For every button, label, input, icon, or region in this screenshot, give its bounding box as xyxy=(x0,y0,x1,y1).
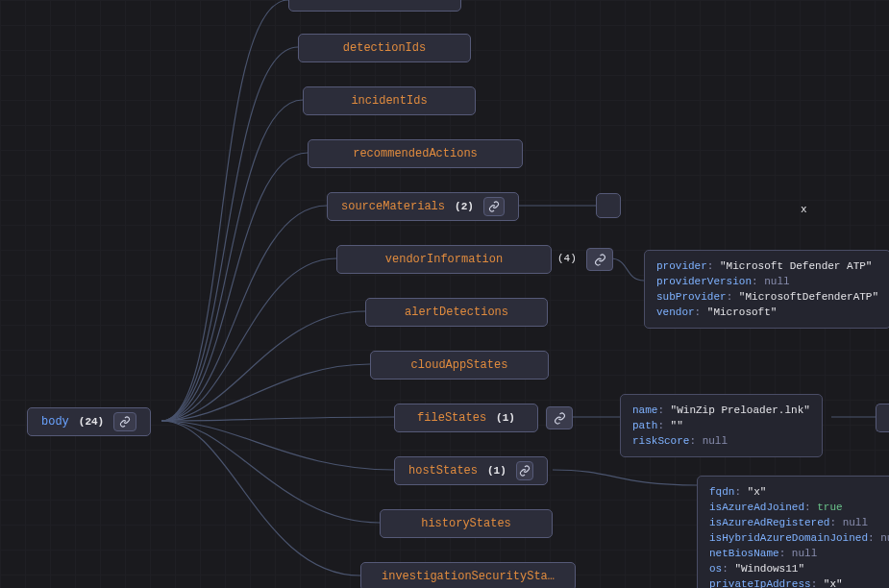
detail-vendorInformation[interactable]: provider: "Microsoft Defender ATP"provid… xyxy=(644,250,889,329)
detail-row: providerVersion: null xyxy=(656,274,878,289)
detail-row: name: "WinZip Preloader.lnk" xyxy=(632,403,810,418)
node-count: (1) xyxy=(487,465,506,477)
detail-row: subProvider: "MicrosoftDefenderATP" xyxy=(656,289,878,305)
detail-row: fqdn: "x" xyxy=(709,484,889,500)
node-label: sourceMaterials xyxy=(341,200,445,213)
node-label: fileStates xyxy=(417,411,486,425)
link-icon xyxy=(483,197,505,216)
node-recommendedActions[interactable]: recommendedActions xyxy=(308,139,523,168)
node-label: hostStates xyxy=(408,464,478,478)
node-clipped-right[interactable] xyxy=(876,404,889,432)
link-badge-vendorInformation[interactable] xyxy=(586,248,613,271)
node-label: incidentIds xyxy=(351,94,427,108)
node-historyStates[interactable]: historyStates xyxy=(380,509,553,538)
node-label: recommendedActions xyxy=(353,147,478,160)
node-sourceMaterials[interactable]: sourceMaterials (2) xyxy=(327,192,519,221)
detail-row: provider: "Microsoft Defender ATP" xyxy=(656,258,878,274)
link-badge-fileStates[interactable] xyxy=(546,406,573,429)
detail-row: riskScore: null xyxy=(632,433,810,449)
node-label: alertDetections xyxy=(405,306,508,319)
node-label: body xyxy=(41,415,69,429)
link-icon xyxy=(113,412,136,431)
node-label: cloudAppStates xyxy=(411,358,508,372)
vendor-count-outside: (4) xyxy=(557,253,577,264)
node-label: historyStates xyxy=(421,517,511,530)
node-fileStates[interactable]: fileStates (1) xyxy=(394,404,538,432)
detail-row: isAzureAdRegistered: null xyxy=(709,515,889,530)
node-clipped-top[interactable] xyxy=(288,0,461,12)
node-count: (24) xyxy=(79,416,104,428)
node-label: detectionIds xyxy=(343,41,426,55)
detail-hostStates[interactable]: fqdn: "x"isAzureAdJoined: trueisAzureAdR… xyxy=(697,476,889,588)
node-count: (1) xyxy=(496,412,515,424)
node-count: (2) xyxy=(455,201,474,212)
node-hostStates[interactable]: hostStates (1) xyxy=(394,456,548,485)
node-collapsed-small[interactable] xyxy=(596,193,621,218)
link-icon xyxy=(516,461,533,480)
node-incidentIds[interactable]: incidentIds xyxy=(303,86,476,115)
detail-row: privateIpAddress: "x" xyxy=(709,576,889,588)
node-investigationSecurityStates[interactable]: investigationSecuritySta… xyxy=(360,562,576,588)
detail-fileStates[interactable]: name: "WinZip Preloader.lnk"path: ""risk… xyxy=(620,394,823,457)
detail-row: os: "Windows11" xyxy=(709,561,889,576)
detail-row: path: "" xyxy=(632,418,810,433)
node-alertDetections[interactable]: alertDetections xyxy=(365,298,548,327)
node-detectionIds[interactable]: detectionIds xyxy=(298,34,471,62)
detail-row: isAzureAdJoined: true xyxy=(709,500,889,515)
node-label: vendorInformation xyxy=(385,253,503,266)
node-body[interactable]: body (24) xyxy=(27,407,151,436)
node-cloudAppStates[interactable]: cloudAppStates xyxy=(370,351,549,380)
detail-row: isHybridAzureDomainJoined: null xyxy=(709,530,889,546)
graph-canvas[interactable]: body (24) detectionIds incidentIds recom… xyxy=(0,0,889,588)
detail-row: netBiosName: null xyxy=(709,546,889,561)
detail-row: vendor: "Microsoft" xyxy=(656,305,878,320)
node-vendorInformation[interactable]: vendorInformation xyxy=(336,245,552,274)
node-label: investigationSecuritySta… xyxy=(382,570,555,583)
stray-x-text: x xyxy=(801,204,807,215)
